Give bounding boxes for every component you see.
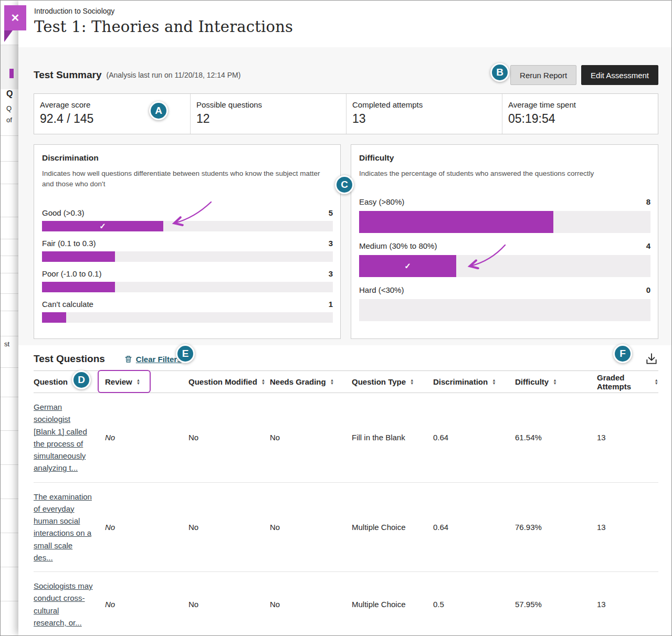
- bar-label-row: Hard (<30%)0: [359, 285, 650, 294]
- column-header-discrimination[interactable]: Discrimination▲▼: [433, 377, 515, 386]
- graded-attempts-cell: 13: [597, 433, 658, 442]
- bar-track: [42, 312, 333, 323]
- background-divider: [0, 567, 18, 567]
- questions-heading: Test Questions: [34, 353, 105, 365]
- background-page: QQofst: [0, 0, 18, 636]
- rerun-report-button[interactable]: Rerun Report: [510, 65, 576, 85]
- bar-count: 8: [646, 197, 650, 206]
- bar-group: Good (>0.3)5✓: [42, 208, 333, 231]
- background-divider: [0, 430, 18, 431]
- difficulty-cell: 57.95%: [515, 600, 597, 609]
- annotation-f: F: [613, 344, 632, 363]
- background-divider: [0, 256, 18, 256]
- questions-table-header: Question▲▼Review▲▼Question Modified▲▼Nee…: [34, 370, 658, 393]
- background-block: [0, 45, 18, 89]
- sort-icon[interactable]: ▲▼: [492, 379, 496, 385]
- test-summary-section: Test Summary (Analysis last run on 11/20…: [18, 47, 672, 345]
- bar-group: Can't calculate1: [42, 300, 333, 323]
- sort-icon[interactable]: ▲▼: [655, 379, 658, 385]
- discrimination-card: Discrimination Indicates how well questi…: [34, 144, 341, 339]
- bar-label: Easy (>80%): [359, 197, 404, 206]
- card-title: Discrimination: [42, 153, 333, 163]
- question-cell: Sociologists may conduct cross-cultural …: [34, 580, 105, 629]
- discrimination-cell: 0.64: [433, 523, 515, 532]
- stat-value: 05:19:54: [508, 112, 653, 126]
- column-header-difficulty[interactable]: Difficulty▲▼: [515, 377, 597, 386]
- column-label: Question Type: [352, 377, 406, 386]
- bar-track: [42, 282, 333, 292]
- page-title: Test 1: Theories and Interactions: [34, 18, 672, 36]
- sort-icon[interactable]: ▲▼: [261, 379, 265, 385]
- column-header-question-modified[interactable]: Question Modified▲▼: [188, 377, 270, 386]
- bar-fill: ✓: [42, 221, 163, 231]
- needs-grading-cell: No: [270, 523, 352, 532]
- close-icon: ✕: [11, 13, 20, 23]
- bar-track: [42, 251, 333, 262]
- difficulty-cell: 76.93%: [515, 523, 597, 532]
- bar-fill: [42, 282, 115, 292]
- needs-grading-cell: No: [270, 600, 352, 609]
- column-label: Question Modified: [188, 377, 257, 386]
- bar-group: Medium (30% to 80%)4✓: [359, 241, 650, 277]
- bar-group: Easy (>80%)8: [359, 197, 650, 233]
- clear-filters-button[interactable]: Clear Filters: [124, 355, 182, 364]
- stat-card-2: Completed attempts13: [346, 94, 502, 134]
- bar-label-row: Fair (0.1 to 0.3)3: [42, 239, 333, 248]
- background-divider: [0, 311, 18, 311]
- column-header-question-type[interactable]: Question Type▲▼: [352, 377, 433, 386]
- bar-track: [359, 299, 650, 321]
- background-divider: [0, 367, 18, 368]
- background-text-fragment: Q: [6, 104, 12, 112]
- sort-icon[interactable]: ▲▼: [330, 379, 334, 385]
- download-icon: [645, 352, 658, 366]
- background-text-fragment: of: [6, 116, 12, 124]
- column-header-review[interactable]: Review▲▼: [105, 377, 188, 386]
- question-link[interactable]: The examination of everyday human social…: [34, 491, 93, 564]
- question-modified-cell: No: [188, 433, 270, 442]
- column-header-question[interactable]: Question▲▼: [34, 377, 105, 386]
- sort-icon[interactable]: ▲▼: [410, 379, 414, 385]
- question-cell: The examination of everyday human social…: [34, 491, 105, 564]
- question-link[interactable]: German sociologist [Blank 1] called the …: [34, 401, 93, 474]
- download-button[interactable]: [645, 352, 658, 366]
- bar-label-row: Medium (30% to 80%)4: [359, 241, 650, 250]
- card-title: Difficulty: [359, 153, 650, 163]
- background-divider: [0, 45, 18, 45]
- needs-grading-cell: No: [270, 433, 352, 442]
- close-button[interactable]: ✕: [4, 5, 26, 41]
- analysis-timestamp: (Analysis last run on 11/20/18, 12:14 PM…: [107, 71, 241, 79]
- background-accent-chip: [9, 69, 14, 78]
- bar-fill: [359, 211, 553, 233]
- bar-count: 4: [646, 241, 650, 250]
- question-cell: German sociologist [Blank 1] called the …: [34, 401, 105, 474]
- background-divider: [0, 239, 18, 239]
- question-type-cell: Multiple Choice: [352, 523, 433, 532]
- close-ribbon[interactable]: ✕: [4, 5, 26, 30]
- stat-label: Completed attempts: [352, 100, 497, 109]
- difficulty-cell: 61.54%: [515, 433, 597, 442]
- stat-card-1: Possible questions12: [190, 94, 346, 134]
- annotation-c: C: [335, 175, 354, 194]
- sort-icon[interactable]: ▲▼: [136, 379, 140, 385]
- table-row: German sociologist [Blank 1] called the …: [34, 393, 658, 483]
- edit-assessment-button[interactable]: Edit Assessment: [581, 65, 658, 85]
- bars: Good (>0.3)5✓Fair (0.1 to 0.3)3Poor (-1.…: [42, 208, 333, 323]
- questions-table-body: German sociologist [Blank 1] called the …: [34, 393, 658, 636]
- question-link[interactable]: Sociologists may conduct cross-cultural …: [34, 580, 93, 629]
- sort-icon[interactable]: ▲▼: [553, 379, 556, 385]
- background-divider: [0, 336, 18, 336]
- bar-group: Poor (-1.0 to 0.1)3: [42, 269, 333, 292]
- question-modified-cell: No: [188, 600, 270, 609]
- column-label: Difficulty: [515, 377, 549, 386]
- background-divider: [0, 293, 18, 294]
- bar-label: Fair (0.1 to 0.3): [42, 239, 96, 248]
- column-header-graded-attempts[interactable]: Graded Attempts▲▼: [597, 373, 658, 391]
- bar-label-row: Good (>0.3)5: [42, 208, 333, 217]
- background-divider: [0, 273, 18, 273]
- column-label: Discrimination: [433, 377, 488, 386]
- difficulty-card: Difficulty Indicates the percentage of s…: [351, 144, 658, 339]
- bar-track: ✓: [42, 221, 333, 231]
- graded-attempts-cell: 13: [597, 523, 658, 532]
- column-header-needs-grading[interactable]: Needs Grading▲▼: [270, 377, 352, 386]
- background-text-fragment: st: [4, 340, 9, 348]
